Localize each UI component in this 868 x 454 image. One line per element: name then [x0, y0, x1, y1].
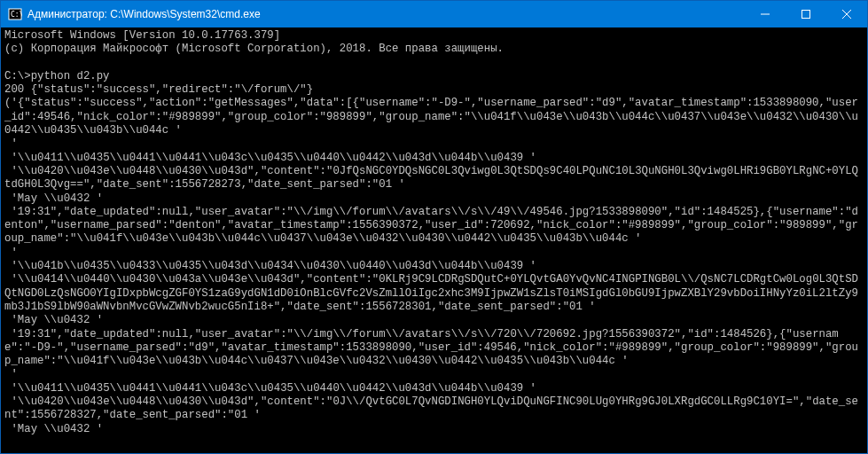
line: (c) Корпорация Майкрософт (Microsoft Cor… [4, 43, 504, 55]
cmd-icon: C:\ [8, 7, 22, 21]
titlebar[interactable]: C:\ Администратор: C:\Windows\System32\c… [1, 1, 867, 27]
terminal-output[interactable]: Microsoft Windows [Version 10.0.17763.37… [1, 27, 867, 453]
maximize-button[interactable] [786, 1, 826, 27]
output-line: '19:31","date_updated":null,"user_avatar… [4, 328, 858, 368]
cmd-window: C:\ Администратор: C:\Windows\System32\c… [0, 0, 868, 454]
output-line: '\\u0420\\u043e\\u0448\\u0430\\u043d","c… [4, 395, 858, 421]
output-line: ' [4, 137, 18, 150]
window-controls [745, 1, 867, 27]
output-line: ' [4, 368, 18, 380]
output-line: ' [4, 247, 18, 259]
output-line: ('{"status":"success","action":"getMessa… [4, 97, 858, 137]
output-line: '\\u0414\\u0440\\u0430\\u043a\\u043e\\u0… [4, 273, 858, 313]
prompt-line: C:\>python d2.py [4, 70, 110, 82]
window-title: Администратор: C:\Windows\System32\cmd.e… [27, 8, 745, 20]
output-line: 200 {"status":"success","redirect":"\/fo… [4, 83, 313, 96]
output-line: '\\u0420\\u043e\\u0448\\u0430\\u043d","c… [4, 165, 858, 191]
minimize-button[interactable] [745, 1, 786, 27]
output-line: 'May \\u0432 ' [4, 314, 103, 326]
output-line: '\\u041b\\u0435\\u0433\\u0435\\u043d\\u0… [4, 260, 536, 272]
output-line: 'May \\u0432 ' [4, 423, 103, 435]
svg-rect-3 [802, 11, 810, 19]
line: Microsoft Windows [Version 10.0.17763.37… [4, 29, 280, 42]
svg-text:C:\: C:\ [11, 11, 22, 19]
close-button[interactable] [826, 1, 867, 27]
output-line: '19:31","date_updated":null,"user_avatar… [4, 206, 858, 246]
output-line: '\\u0411\\u0435\\u0441\\u0441\\u043c\\u0… [4, 152, 536, 164]
output-line: '\\u0411\\u0435\\u0441\\u0441\\u043c\\u0… [4, 382, 536, 395]
output-line: 'May \\u0432 ' [4, 192, 103, 205]
